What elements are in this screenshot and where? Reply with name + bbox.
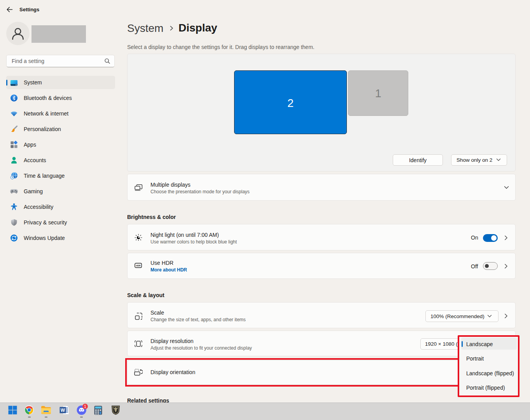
svg-text:W: W [61, 408, 65, 413]
svg-text:1: 1 [84, 404, 86, 409]
svg-text:HDR: HDR [136, 264, 140, 267]
